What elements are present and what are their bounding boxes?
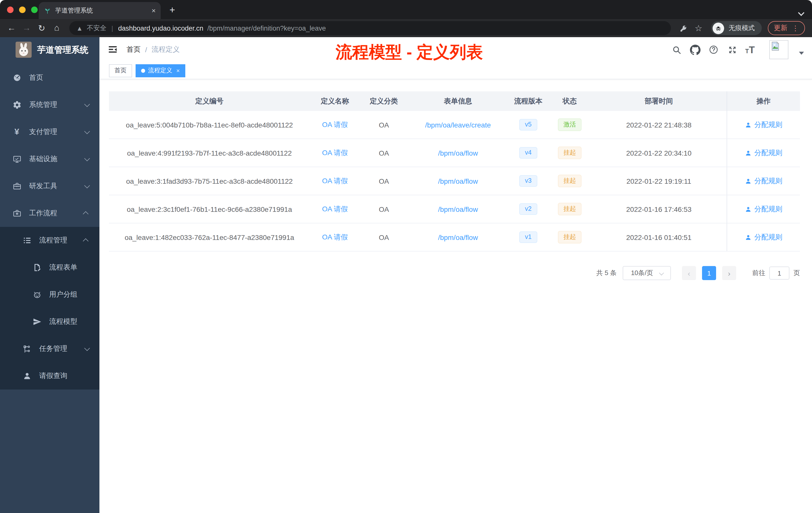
tab-close-icon[interactable]: × [152,7,156,14]
form-info-link[interactable]: /bpm/oa/flow [438,177,478,185]
paper-plane-icon [32,317,42,327]
form-info-link[interactable]: /bpm/oa/leave/create [425,121,491,129]
version-tag: v3 [520,175,537,187]
goto-page-input[interactable] [769,267,789,280]
sidebar-item-label: 任务管理 [39,344,67,353]
back-button[interactable]: ← [5,22,18,35]
yen-icon: ¥ [12,127,22,137]
github-icon[interactable] [690,44,700,55]
reload-button[interactable]: ↻ [35,22,48,35]
assign-rule-label: 分配规则 [754,233,782,242]
font-size-icon[interactable]: TT [745,45,755,55]
tag-process-definition[interactable]: 流程定义 × [136,64,185,77]
table-row: oa_leave:1:482ec033-762a-11ec-8477-a2380… [109,223,800,251]
sidebar-item-workflow[interactable]: 工作流程 [0,200,99,227]
tag-home[interactable]: 首页 [109,64,132,77]
assign-rule-link[interactable]: 分配规则 [745,120,782,129]
tag-close-icon[interactable]: × [176,67,180,74]
version-tag: v2 [520,204,537,215]
cell-version: v5 [508,119,548,130]
sidebar-item-infra[interactable]: 基础设施 [0,146,99,173]
favicon-plant-icon [44,7,51,14]
sidebar-collapse-icon[interactable] [108,44,118,55]
browser-tab[interactable]: 芋道管理系统 × [39,2,161,19]
pagination-total: 共 5 条 [596,269,617,278]
user-avatar[interactable] [769,40,788,59]
version-tag: v1 [520,232,537,243]
password-key-icon[interactable] [677,22,690,35]
prev-page-button[interactable]: ‹ [682,266,696,280]
sidebar-item-process-model[interactable]: 流程模型 [0,308,99,335]
cell-form-info: /bpm/oa/flow [408,233,508,241]
cell-deploy-time: 2022-01-22 19:19:11 [591,177,727,185]
cell-status: 挂起 [548,231,591,243]
incognito-icon [713,22,724,34]
sidebar-item-user-group[interactable]: 用户分组 [0,281,99,308]
forward-button[interactable]: → [20,22,33,35]
tag-active-label: 流程定义 [148,66,172,75]
cell-definition-name: OA 请假 [310,148,360,157]
address-bar[interactable]: ▲ 不安全 | dashboard.yudao.iocoder.cn/bpm/m… [69,21,671,35]
sidebar-item-leave-query[interactable]: 请假查询 [0,362,99,390]
annotation-title: 流程模型 - 定义列表 [336,41,483,64]
search-icon[interactable] [671,44,682,55]
cell-deploy-time: 2022-01-22 20:34:10 [591,149,727,157]
cell-version: v4 [508,147,548,159]
assign-user-icon [745,121,752,128]
sidebar-item-process-mgmt[interactable]: 流程管理 [0,227,99,254]
form-info-link[interactable]: /bpm/oa/flow [438,149,478,157]
sidebar-item-payment[interactable]: ¥支付管理 [0,118,99,146]
current-page-button[interactable]: 1 [702,266,716,280]
page-size-select[interactable]: 10条/页 [623,266,671,280]
form-info-link[interactable]: /bpm/oa/flow [438,205,478,213]
cell-version: v3 [508,175,548,187]
incognito-label: 无痕模式 [729,24,755,33]
breadcrumb-home[interactable]: 首页 [126,45,141,54]
minimize-window-button[interactable] [19,6,26,13]
cell-category: OA [360,149,408,157]
help-icon[interactable] [708,44,719,55]
assign-rule-label: 分配规则 [754,176,782,185]
assign-rule-link[interactable]: 分配规则 [745,176,782,185]
browser-menu-kebab-icon[interactable]: ⋮ [792,24,799,32]
sidebar-item-system[interactable]: 系统管理 [0,91,99,118]
list-icon [22,236,32,245]
sidebar-logo[interactable]: 芋道管理系统 [0,37,99,62]
window-controls[interactable] [7,6,38,13]
close-window-button[interactable] [7,6,13,13]
assign-rule-link[interactable]: 分配规则 [745,233,782,242]
avatar-dropdown-caret-icon[interactable] [799,52,804,55]
sidebar-item-process-form[interactable]: 流程表单 [0,254,99,281]
sidebar-item-home[interactable]: 首页 [0,64,99,91]
assign-rule-link[interactable]: 分配规则 [745,148,782,157]
chevron-down-icon [84,345,90,351]
breadcrumb-current: 流程定义 [152,45,180,54]
sidebar-item-label: 请假查询 [39,371,67,381]
form-info-link[interactable]: /bpm/oa/flow [438,233,478,241]
version-tag: v5 [520,119,537,130]
sidebar-item-task-mgmt[interactable]: 任务管理 [0,335,99,362]
fullscreen-icon[interactable] [727,44,738,55]
chrome-update-button[interactable]: 更新 ⋮ [768,21,805,35]
definition-name-link[interactable]: OA 请假 [322,176,348,184]
home-button[interactable]: ⌂ [50,22,63,35]
definition-name-link[interactable]: OA 请假 [322,205,348,213]
new-tab-button[interactable]: + [165,2,180,18]
cell-definition-id: oa_leave:4:991f2193-7b7f-11ec-a3c8-acde4… [109,149,310,157]
definition-name-link[interactable]: OA 请假 [322,233,348,241]
url-path: /bpm/manager/definition?key=oa_leave [207,24,664,32]
logo-avatar [16,42,32,58]
sidebar-item-label: 基础设施 [29,155,57,163]
chevron-down-icon [84,156,90,161]
sidebar-item-devtools[interactable]: 研发工具 [0,173,99,200]
page-content: 定义编号定义名称定义分类表单信息流程版本状态部署时间操作 oa_leave:5:… [99,79,812,513]
assign-rule-link[interactable]: 分配规则 [745,205,782,214]
assign-rule-label: 分配规则 [754,148,782,157]
definition-table: 定义编号定义名称定义分类表单信息流程版本状态部署时间操作 oa_leave:5:… [109,91,800,251]
definition-name-link[interactable]: OA 请假 [322,120,348,128]
next-page-button[interactable]: › [722,266,736,280]
tab-search-chevron-icon[interactable] [799,8,804,13]
maximize-window-button[interactable] [31,6,38,13]
definition-name-link[interactable]: OA 请假 [322,148,348,156]
bookmark-star-icon[interactable]: ☆ [692,22,705,35]
